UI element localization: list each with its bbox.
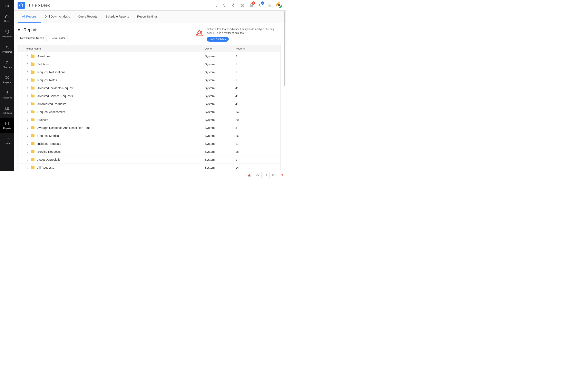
table-row[interactable]: Average Response And Resolution TimeSyst…	[18, 124, 280, 132]
folder-name: Average Response And Resolution Time	[37, 126, 90, 129]
table-row[interactable]: All Archived RequestsSystem41	[18, 100, 280, 108]
table-row[interactable]: Archived Service RequestsSystem41	[18, 92, 280, 100]
folder-name: Archived Incidents Request	[37, 86, 73, 90]
folder-icon	[31, 158, 35, 161]
chevron-right-icon	[26, 158, 28, 161]
new-folder-button[interactable]: New Folder	[49, 35, 68, 41]
search-icon[interactable]	[213, 3, 218, 8]
owner-cell: System	[205, 110, 235, 114]
table-row[interactable]: Service RequestsSystem18	[18, 148, 280, 156]
table-row[interactable]: ProjectsSystem20	[18, 116, 280, 124]
reports-count-cell: 1	[235, 71, 280, 74]
sidebar-item-more[interactable]: More	[0, 133, 14, 148]
table-row[interactable]: Asset DepreciationSystem1	[18, 156, 280, 164]
pin-icon[interactable]	[222, 3, 227, 8]
svg-rect-24	[249, 176, 250, 176]
history-icon[interactable]	[240, 3, 245, 8]
tab-all-reports[interactable]: All Reports	[18, 11, 41, 23]
reports-count-cell: 41	[235, 102, 280, 106]
folder-name: All Requests	[37, 166, 54, 169]
compose-icon[interactable]	[261, 172, 269, 178]
svg-point-1	[7, 4, 7, 4]
tab-report-settings[interactable]: Report Settings	[133, 11, 162, 23]
sidebar-item-requests[interactable]: Requests	[0, 26, 14, 41]
owner-cell: System	[205, 63, 235, 66]
table-row[interactable]: Archived Incidents RequestSystem41	[18, 84, 280, 92]
col-header-reports: Reports	[235, 47, 280, 50]
chevron-right-icon	[26, 63, 28, 65]
alert-icon[interactable]	[245, 172, 253, 178]
zoho-analytics-button[interactable]: Zoho Analytics	[207, 37, 228, 42]
folder-name: Request Metrics	[37, 134, 59, 137]
table-row[interactable]: All RequestsSystem14	[18, 164, 280, 171]
svg-rect-23	[249, 175, 250, 175]
tab-schedule-reports[interactable]: Schedule Reports	[102, 11, 133, 23]
sidebar-item-reports[interactable]: Reports	[0, 118, 14, 133]
table-header: Folder Name Owner Reports	[18, 45, 280, 52]
assist-icon[interactable]	[253, 172, 261, 178]
folder-name: Projects	[37, 118, 48, 122]
reports-table: Folder Name Owner Reports Asset LoanSyst…	[17, 45, 281, 171]
bell-icon[interactable]: 8	[258, 3, 263, 8]
sidebar-item-label: Requests	[2, 35, 12, 38]
svg-point-4	[7, 5, 7, 6]
lightning-icon[interactable]	[231, 3, 236, 8]
gear-icon[interactable]	[267, 3, 272, 8]
owner-cell: System	[205, 86, 235, 90]
svg-rect-21	[250, 4, 252, 7]
sidebar-item-problems[interactable]: Problems	[0, 41, 14, 57]
chevron-right-icon	[26, 119, 28, 121]
folder-icon	[31, 118, 35, 121]
reports-count-cell: 14	[235, 166, 280, 169]
owner-cell: System	[205, 126, 235, 129]
sidebar-item-changes[interactable]: Changes	[0, 57, 14, 72]
folder-icon	[31, 126, 35, 129]
table-row[interactable]: Incident RequestsSystem17	[18, 140, 280, 148]
tab-query-reports[interactable]: Query Reports	[74, 11, 101, 23]
svg-point-3	[6, 5, 6, 6]
owner-cell: System	[205, 158, 235, 161]
sidebar-item-solutions[interactable]: Solutions	[0, 102, 14, 118]
tab-drill-down[interactable]: Drill Down Analysis	[41, 11, 74, 23]
top-header: IT Help Desk 1 8	[14, 0, 286, 11]
reports-count-cell: 1	[235, 78, 280, 82]
col-header-owner: Owner	[205, 47, 235, 50]
folder-icon	[31, 63, 35, 66]
table-row[interactable]: Request NotesSystem1	[18, 76, 280, 84]
folder-icon	[31, 71, 35, 74]
sidebar-item-label: Problems	[2, 50, 12, 53]
analytics-promo: Set up a free trial of advanced analytic…	[195, 27, 281, 42]
tab-label: Drill Down Analysis	[45, 15, 70, 18]
content-head: All Reports New Custom Report New Folder…	[17, 27, 281, 42]
apps-launcher-icon[interactable]	[0, 0, 14, 11]
tab-label: Query Reports	[78, 15, 97, 18]
user-avatar[interactable]	[276, 2, 282, 8]
chevron-right-icon	[26, 127, 28, 129]
clipboard-icon[interactable]: 1	[249, 3, 254, 8]
sidebar-item-releases[interactable]: Releases	[0, 87, 14, 102]
tab-label: Schedule Reports	[105, 15, 129, 18]
folder-name: Request Notes	[37, 78, 57, 82]
svg-point-20	[214, 4, 216, 6]
table-row[interactable]: Asset LoanSystem9	[18, 52, 280, 60]
svg-point-22	[269, 5, 270, 6]
folder-name: Solutions	[37, 63, 50, 66]
folder-name: Asset Depreciation	[37, 158, 62, 161]
table-row[interactable]: Request NotificationsSystem1	[18, 68, 280, 76]
owner-cell: System	[205, 94, 235, 98]
col-header-name: Folder Name	[18, 47, 205, 50]
chat-icon[interactable]	[269, 172, 278, 178]
new-custom-report-button[interactable]: New Custom Report	[17, 35, 47, 41]
scrollbar[interactable]	[284, 11, 285, 86]
sidebar-item-label: Changes	[3, 66, 12, 68]
table-row[interactable]: Request MetricsSystem16	[18, 132, 280, 140]
sidebar-item-home[interactable]: Home	[0, 11, 14, 26]
beta-icon[interactable]: β	[278, 172, 286, 178]
sidebar-item-projects[interactable]: Projects	[0, 72, 14, 87]
reports-count-cell: 17	[235, 142, 280, 145]
table-row[interactable]: SolutionsSystem1	[18, 60, 280, 68]
folder-name: All Archived Requests	[37, 102, 66, 106]
table-row[interactable]: Request AssessmentSystem14	[18, 108, 280, 116]
chevron-right-icon	[26, 111, 28, 113]
owner-cell: System	[205, 134, 235, 137]
